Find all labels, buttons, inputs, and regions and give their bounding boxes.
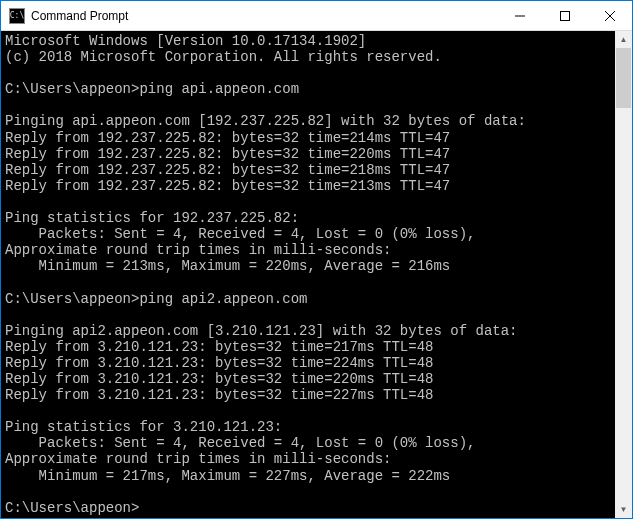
console-line: Approximate round trip times in milli-se… <box>5 242 391 258</box>
window-title: Command Prompt <box>31 9 497 23</box>
window-controls <box>497 1 632 30</box>
console-line: Reply from 192.237.225.82: bytes=32 time… <box>5 162 450 178</box>
console-line: Reply from 192.237.225.82: bytes=32 time… <box>5 146 450 162</box>
console-line: Reply from 3.210.121.23: bytes=32 time=2… <box>5 371 433 387</box>
console-line: Pinging api2.appeon.com [3.210.121.23] w… <box>5 323 517 339</box>
scroll-down-arrow-icon[interactable]: ▼ <box>615 501 632 518</box>
console-line: Reply from 192.237.225.82: bytes=32 time… <box>5 130 450 146</box>
close-button[interactable] <box>587 1 632 30</box>
console-output[interactable]: Microsoft Windows [Version 10.0.17134.19… <box>1 31 615 518</box>
console-prompt-cursor[interactable]: C:\Users\appeon> <box>5 500 139 516</box>
cmd-icon: C:\ <box>9 8 25 24</box>
scroll-up-arrow-icon[interactable]: ▲ <box>615 31 632 48</box>
console-line: Reply from 3.210.121.23: bytes=32 time=2… <box>5 387 433 403</box>
console-line: Ping statistics for 3.210.121.23: <box>5 419 282 435</box>
console-line: (c) 2018 Microsoft Corporation. All righ… <box>5 49 442 65</box>
console-line: Microsoft Windows [Version 10.0.17134.19… <box>5 33 366 49</box>
console-line: Reply from 3.210.121.23: bytes=32 time=2… <box>5 355 433 371</box>
vertical-scrollbar[interactable]: ▲ ▼ <box>615 31 632 518</box>
console-line: Approximate round trip times in milli-se… <box>5 451 391 467</box>
titlebar[interactable]: C:\ Command Prompt <box>1 1 632 31</box>
maximize-button[interactable] <box>542 1 587 30</box>
console-prompt-line: C:\Users\appeon>ping api.appeon.com <box>5 81 299 97</box>
console-line: Pinging api.appeon.com [192.237.225.82] … <box>5 113 526 129</box>
console-line: Minimum = 213ms, Maximum = 220ms, Averag… <box>5 258 450 274</box>
console-line: Reply from 3.210.121.23: bytes=32 time=2… <box>5 339 433 355</box>
console-line: Minimum = 217ms, Maximum = 227ms, Averag… <box>5 468 450 484</box>
minimize-button[interactable] <box>497 1 542 30</box>
console-line: Reply from 192.237.225.82: bytes=32 time… <box>5 178 450 194</box>
console-prompt-line: C:\Users\appeon>ping api2.appeon.com <box>5 291 307 307</box>
console-wrapper: Microsoft Windows [Version 10.0.17134.19… <box>1 31 632 518</box>
console-line: Packets: Sent = 4, Received = 4, Lost = … <box>5 435 475 451</box>
svg-rect-1 <box>560 11 569 20</box>
scrollbar-thumb[interactable] <box>616 48 631 108</box>
console-line: Packets: Sent = 4, Received = 4, Lost = … <box>5 226 475 242</box>
scrollbar-track[interactable] <box>615 48 632 501</box>
console-line: Ping statistics for 192.237.225.82: <box>5 210 299 226</box>
